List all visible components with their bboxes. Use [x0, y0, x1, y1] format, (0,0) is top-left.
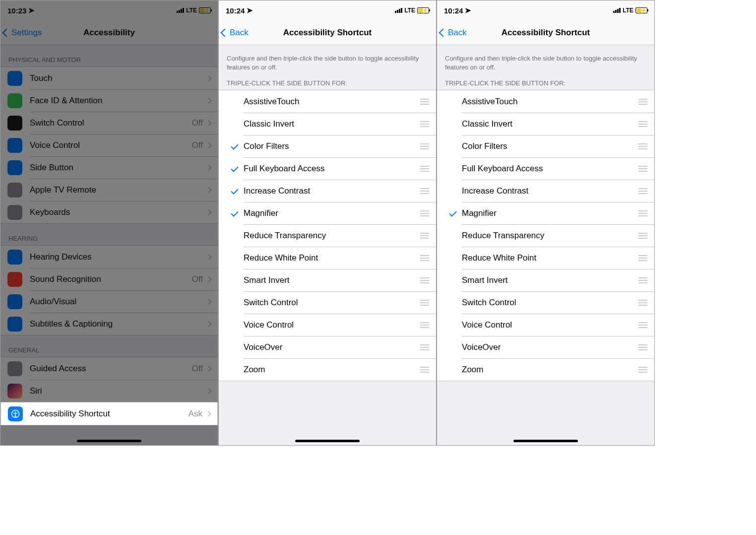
- shortcut-option-row[interactable]: Reduce Transparency: [219, 224, 436, 247]
- shortcut-option-row[interactable]: AssistiveTouch: [437, 90, 654, 113]
- option-label: Zoom: [462, 365, 633, 375]
- status-bar: 10:24 ➤ LTE ⚡: [219, 0, 436, 20]
- settings-row[interactable]: Face ID & Attention: [0, 89, 218, 112]
- back-button[interactable]: Settings: [3, 20, 42, 45]
- settings-row[interactable]: Subtitles & Captioning: [0, 313, 218, 335]
- shortcut-option-row[interactable]: Switch Control: [437, 291, 654, 314]
- chevron-left-icon: [2, 28, 11, 37]
- option-label: Color Filters: [244, 141, 415, 151]
- shortcut-option-row[interactable]: Full Keyboard Access: [219, 157, 436, 180]
- shortcut-option-row[interactable]: Zoom: [437, 358, 654, 381]
- drag-handle-icon[interactable]: [638, 143, 647, 149]
- chevron-right-icon: [206, 388, 211, 394]
- shortcut-option-row[interactable]: VoiceOver: [219, 336, 436, 358]
- shortcut-option-row[interactable]: Increase Contrast: [437, 180, 654, 202]
- row-label: Subtitles & Captioning: [30, 319, 207, 329]
- drag-handle-icon[interactable]: [420, 210, 429, 216]
- drag-handle-icon[interactable]: [638, 300, 647, 306]
- shortcut-option-row[interactable]: Reduce White Point: [437, 247, 654, 269]
- drag-handle-icon[interactable]: [638, 210, 647, 216]
- drag-handle-icon[interactable]: [420, 300, 429, 306]
- drag-handle-icon[interactable]: [638, 367, 647, 373]
- home-indicator[interactable]: [295, 440, 360, 442]
- drag-handle-icon[interactable]: [638, 99, 647, 105]
- chevron-right-icon: [206, 321, 211, 327]
- shortcut-option-row[interactable]: Full Keyboard Access: [437, 157, 654, 180]
- shortcut-option-row[interactable]: Classic Invert: [219, 113, 436, 135]
- back-label: Back: [448, 28, 467, 38]
- chevron-left-icon: [439, 28, 447, 37]
- settings-row[interactable]: Hearing Devices: [0, 246, 218, 268]
- drag-handle-icon[interactable]: [420, 344, 429, 350]
- option-label: Magnifier: [462, 208, 633, 218]
- content[interactable]: Configure and then triple-click the side…: [437, 45, 654, 445]
- drag-handle-icon[interactable]: [420, 367, 429, 373]
- drag-handle-icon[interactable]: [638, 188, 647, 194]
- voice-icon: [7, 138, 22, 153]
- shortcut-option-row[interactable]: Classic Invert: [437, 113, 654, 135]
- shortcut-option-row[interactable]: Reduce Transparency: [437, 224, 654, 247]
- shortcut-option-row[interactable]: Magnifier: [437, 202, 654, 224]
- row-label: Guided Access: [30, 364, 192, 374]
- drag-handle-icon[interactable]: [420, 322, 429, 328]
- shortcut-option-row[interactable]: Smart Invert: [219, 269, 436, 291]
- drag-handle-icon[interactable]: [638, 344, 647, 350]
- row-label: Siri: [30, 386, 207, 396]
- settings-row[interactable]: Switch ControlOff: [0, 112, 218, 134]
- home-indicator[interactable]: [513, 440, 578, 442]
- chevron-right-icon: [206, 209, 211, 215]
- shortcut-option-row[interactable]: Zoom: [219, 358, 436, 381]
- settings-row[interactable]: Voice ControlOff: [0, 134, 218, 156]
- drag-handle-icon[interactable]: [420, 166, 429, 172]
- drag-handle-icon[interactable]: [420, 99, 429, 105]
- settings-row[interactable]: Sound RecognitionOff: [0, 268, 218, 290]
- settings-row[interactable]: Guided AccessOff: [0, 357, 218, 380]
- drag-handle-icon[interactable]: [420, 277, 429, 283]
- option-label: Smart Invert: [462, 275, 633, 285]
- drag-handle-icon[interactable]: [420, 121, 429, 127]
- page-title: Accessibility Shortcut: [283, 28, 372, 38]
- drag-handle-icon[interactable]: [638, 233, 647, 239]
- drag-handle-icon[interactable]: [420, 143, 429, 149]
- row-label: Keyboards: [30, 207, 207, 217]
- back-button[interactable]: Back: [440, 20, 467, 45]
- settings-row[interactable]: Siri: [0, 380, 218, 402]
- row-label: Voice Control: [30, 140, 192, 150]
- drag-handle-icon[interactable]: [638, 255, 647, 261]
- drag-handle-icon[interactable]: [638, 277, 647, 283]
- settings-row[interactable]: Side Button: [0, 156, 218, 179]
- shortcut-option-row[interactable]: VoiceOver: [437, 336, 654, 358]
- drag-handle-icon[interactable]: [420, 188, 429, 194]
- drag-handle-icon[interactable]: [420, 255, 429, 261]
- ear-icon: [7, 250, 22, 265]
- shortcut-option-row[interactable]: Voice Control: [219, 314, 436, 336]
- shortcut-option-row[interactable]: Increase Contrast: [219, 180, 436, 202]
- settings-row[interactable]: Keyboards: [0, 201, 218, 223]
- hearing-list: Hearing DevicesSound RecognitionOffAudio…: [0, 245, 218, 335]
- content[interactable]: PHYSICAL AND MOTOR TouchFace ID & Attent…: [0, 45, 218, 445]
- screen-shortcut-single: 10:24 ➤ LTE ⚡ Back Accessibility Shortcu…: [437, 0, 655, 446]
- shortcut-option-row[interactable]: Color Filters: [219, 135, 436, 157]
- shortcut-option-row[interactable]: Switch Control: [219, 291, 436, 314]
- drag-handle-icon[interactable]: [638, 322, 647, 328]
- settings-row[interactable]: Apple TV Remote: [0, 179, 218, 201]
- shortcut-icon: [8, 406, 23, 421]
- physical-list: TouchFace ID & AttentionSwitch ControlOf…: [0, 67, 218, 224]
- settings-row[interactable]: Touch: [0, 67, 218, 89]
- shortcut-option-row[interactable]: AssistiveTouch: [219, 90, 436, 113]
- shortcut-option-row[interactable]: Magnifier: [219, 202, 436, 224]
- option-label: Reduce White Point: [244, 253, 415, 263]
- drag-handle-icon[interactable]: [638, 121, 647, 127]
- shortcut-option-row[interactable]: Reduce White Point: [219, 247, 436, 269]
- back-button[interactable]: Back: [222, 20, 249, 45]
- content[interactable]: Configure and then triple-click the side…: [219, 45, 436, 445]
- shortcut-option-row[interactable]: Smart Invert: [437, 269, 654, 291]
- drag-handle-icon[interactable]: [420, 233, 429, 239]
- home-indicator[interactable]: [77, 440, 141, 442]
- settings-row[interactable]: Audio/Visual: [0, 290, 218, 313]
- drag-handle-icon[interactable]: [638, 166, 647, 172]
- shortcut-option-row[interactable]: Color Filters: [437, 135, 654, 157]
- caption-icon: [7, 317, 22, 332]
- shortcut-option-row[interactable]: Voice Control: [437, 314, 654, 336]
- accessibility-shortcut-row[interactable]: Accessibility Shortcut Ask: [0, 402, 218, 425]
